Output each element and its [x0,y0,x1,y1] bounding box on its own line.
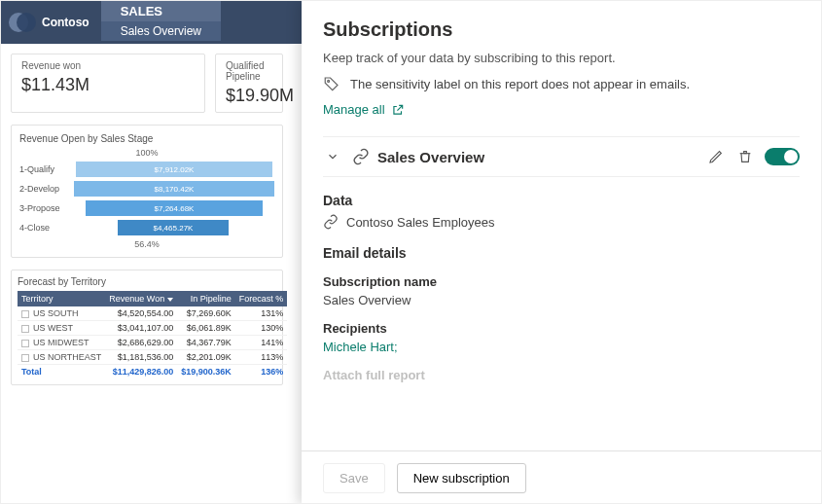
table-header[interactable]: Territory [18,291,105,306]
recipients-value: Michele Hart; [323,340,800,354]
new-subscription-button[interactable]: New subscription [397,463,526,493]
chart-bar-label: 1-Qualify [19,164,74,174]
table-cell: 131% [235,306,288,321]
sensitivity-text: The sensitivity label on this report doe… [350,77,690,91]
checkbox-icon[interactable] [21,354,29,362]
table-cell: 113% [235,350,288,365]
sort-desc-icon [167,298,173,302]
data-value: Contoso Sales Employees [346,215,494,230]
table-cell: $4,367.79K [177,336,235,350]
open-external-icon [391,103,405,117]
kpi-revenue-won: Revenue won $11.43M [11,54,205,113]
table-cell: US WEST [18,321,105,336]
brand-block[interactable]: Contoso [1,1,101,44]
table-cell: $19,900.36K [177,365,235,379]
chart-bar-row: 3-Propose$7,264.68K [19,200,274,216]
table-cell: 136% [235,365,288,379]
recipients-label: Recipients [323,321,800,336]
chart-bar-label: 2-Develop [19,184,74,194]
checkbox-icon[interactable] [21,325,29,333]
table-cell: Total [18,365,105,379]
kpi-label: Revenue won [21,60,195,71]
chart-title: Revenue Open by Sales Stage [19,133,274,144]
table-cell: US SOUTH [18,306,105,321]
chart-revenue-open-by-stage: Revenue Open by Sales Stage 100% 1-Quali… [11,125,283,258]
table-cell: $1,181,536.00 [105,350,177,365]
nav-page[interactable]: Sales Overview [101,21,221,41]
chart-bar: $8,170.42K [74,181,274,197]
link-icon [323,214,339,230]
chart-bar-label: 4-Close [19,223,74,233]
brand-name: Contoso [42,16,89,29]
checkbox-icon[interactable] [21,340,29,347]
table-cell: $7,269.60K [177,306,235,321]
table-cell: US NORTHEAST [18,350,105,365]
pane-subtitle: Keep track of your data by subscribing t… [323,51,800,65]
table-cell: $2,686,629.00 [105,336,177,350]
table-header[interactable]: In Pipeline [177,291,235,306]
table-total-row: Total$11,429,826.00$19,900.36K136% [18,365,287,379]
data-heading: Data [323,193,800,208]
enable-toggle[interactable] [765,148,800,165]
edit-button[interactable] [706,147,726,166]
table-cell: $4,520,554.00 [105,306,177,321]
checkbox-icon[interactable] [21,310,29,318]
pane-title: Subscriptions [323,18,800,41]
table-row[interactable]: US SOUTH$4,520,554.00$7,269.60K131% [18,306,287,321]
email-details-heading: Email details [323,245,800,261]
manage-all-text: Manage all [323,102,385,117]
chart-bar: $7,912.02K [76,162,272,177]
link-icon [352,148,370,165]
table-header[interactable]: Forecast % [235,291,288,306]
chart-bar-label: 3-Propose [19,203,74,213]
table-cell: $2,201.09K [177,350,235,365]
table-cell: 130% [235,321,288,336]
collapse-toggle[interactable] [323,147,342,166]
chart-bar: $4,465.27K [118,220,228,235]
subscription-title: Sales Overview [377,149,484,165]
funnel-bottom-pct: 56.4% [19,239,274,249]
svg-point-0 [328,80,330,82]
table-cell: $11,429,826.00 [105,365,177,379]
brand-logo-icon [9,10,34,35]
delete-button[interactable] [735,147,755,166]
funnel-top-pct: 100% [19,148,274,158]
tag-icon [323,75,340,92]
subscription-name-label: Subscription name [323,274,800,289]
manage-all-link[interactable]: Manage all [323,102,800,117]
nav-group[interactable]: SALES [101,1,221,21]
table-cell: $6,061.89K [177,321,235,336]
kpi-value: $11.43M [21,75,195,95]
chart-bar-row: 1-Qualify$7,912.02K [19,162,274,177]
table-cell: $3,041,107.00 [105,321,177,336]
kpi-label: Qualified Pipeline [226,60,272,82]
chart-bar-row: 2-Develop$8,170.42K [19,181,274,197]
table-row[interactable]: US MIDWEST$2,686,629.00$4,367.79K141% [18,336,287,350]
table-title: Forecast by Territory [18,276,276,287]
chart-bar: $7,264.68K [86,200,262,216]
chart-bar-row: 4-Close$4,465.27K [19,220,274,235]
subscriptions-pane: Subscriptions Keep track of your data by… [302,1,821,504]
table-header[interactable]: Revenue Won [105,291,177,306]
table-cell: 141% [235,336,288,350]
table-row[interactable]: US WEST$3,041,107.00$6,061.89K130% [18,321,287,336]
kpi-qualified-pipeline: Qualified Pipeline $19.90M [215,54,283,113]
save-button: Save [323,463,385,493]
kpi-value: $19.90M [226,86,272,106]
table-row[interactable]: US NORTHEAST$1,181,536.00$2,201.09K113% [18,350,287,365]
subscription-name-value: Sales Overview [323,293,800,307]
table-cell: US MIDWEST [18,336,105,350]
attach-full-report-label: Attach full report [323,368,800,382]
table-forecast-by-territory: Forecast by Territory TerritoryRevenue W… [11,270,283,385]
